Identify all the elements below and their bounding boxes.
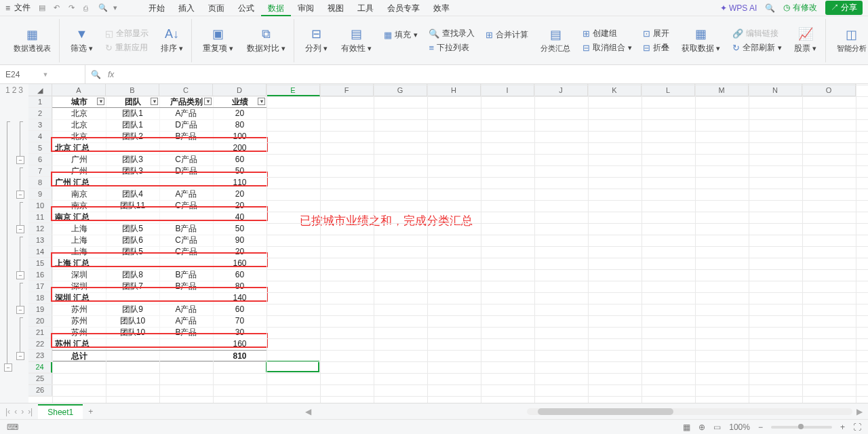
- tab-公式[interactable]: 公式: [231, 0, 261, 16]
- data-cell[interactable]: 团队1: [106, 108, 159, 119]
- fx-icon[interactable]: fx: [108, 70, 114, 79]
- summary-value[interactable]: 200: [213, 142, 267, 154]
- row-header-3[interactable]: 3: [28, 119, 52, 131]
- outline-level-2[interactable]: 2: [12, 85, 17, 95]
- row-header-8[interactable]: 8: [28, 177, 52, 189]
- data-cell[interactable]: B产品: [159, 281, 213, 292]
- spreadsheet-grid[interactable]: ◢ABCDEFGHIJKLMNO1城市▾团队▾产品类别▾业绩▾2北京团队1A产品…: [28, 84, 868, 403]
- qat-more-icon[interactable]: ▾: [113, 3, 124, 12]
- grand-total-value[interactable]: 810: [213, 350, 267, 361]
- outline-level-3[interactable]: 3: [18, 85, 23, 95]
- row-header-11[interactable]: 11: [28, 212, 52, 223]
- col-header-I[interactable]: I: [481, 84, 534, 96]
- tab-会员专享[interactable]: 会员专享: [380, 0, 427, 16]
- summary-label[interactable]: 上海 汇总: [52, 258, 106, 269]
- header-team[interactable]: 团队▾: [106, 96, 159, 108]
- row-header-18[interactable]: 18: [28, 292, 52, 304]
- qat-undo-icon[interactable]: ↶: [54, 3, 64, 12]
- hscroll-left-icon[interactable]: ◀: [305, 407, 311, 416]
- col-header-L[interactable]: L: [642, 84, 695, 96]
- row-header-13[interactable]: 13: [28, 235, 52, 246]
- qat-print-icon[interactable]: ⎙: [83, 4, 94, 12]
- wps-ai-button[interactable]: ✦ WPS AI: [720, 3, 757, 13]
- data-cell[interactable]: 20: [213, 246, 267, 258]
- data-cell[interactable]: 100: [213, 131, 267, 142]
- summary-label[interactable]: 深圳 汇总: [52, 292, 106, 304]
- tab-效率[interactable]: 效率: [427, 0, 456, 16]
- qat-save-icon[interactable]: ▤: [39, 3, 50, 12]
- data-cell[interactable]: 团队11: [106, 200, 159, 212]
- tab-数据[interactable]: 数据: [261, 0, 291, 16]
- summary-value[interactable]: 40: [213, 212, 267, 223]
- search-fx-icon[interactable]: 🔍: [91, 70, 101, 79]
- data-cell[interactable]: 30: [213, 327, 267, 338]
- tab-审阅[interactable]: 审阅: [291, 0, 321, 16]
- create-group-button[interactable]: ⊞创建组: [583, 28, 632, 39]
- outline-collapse-button[interactable]: −: [16, 225, 24, 233]
- col-header-A[interactable]: A: [52, 84, 106, 96]
- sheet-nav-first-icon[interactable]: |‹: [5, 407, 10, 416]
- dedup-button[interactable]: ▣重复项 ▾: [197, 19, 239, 62]
- data-cell[interactable]: A产品: [159, 304, 213, 315]
- col-header-G[interactable]: G: [374, 84, 427, 96]
- zoom-in-button[interactable]: +: [840, 422, 845, 432]
- row-header-24[interactable]: 24: [28, 361, 52, 373]
- col-header-F[interactable]: F: [320, 84, 374, 96]
- compare-button[interactable]: ⧉数据对比 ▾: [241, 19, 294, 62]
- zoom-slider[interactable]: [771, 426, 832, 429]
- header-category[interactable]: 产品类别▾: [159, 96, 213, 108]
- view-normal-icon[interactable]: ▦: [683, 422, 690, 432]
- data-cell[interactable]: C产品: [159, 154, 213, 165]
- data-cell[interactable]: 深圳: [52, 281, 106, 292]
- col-header-N[interactable]: N: [749, 84, 802, 96]
- row-header-21[interactable]: 21: [28, 327, 52, 338]
- data-cell[interactable]: 团队9: [106, 304, 159, 315]
- fullscreen-icon[interactable]: ⛶: [853, 422, 861, 432]
- header-city[interactable]: 城市▾: [52, 96, 106, 108]
- tab-视图[interactable]: 视图: [321, 0, 351, 16]
- data-cell[interactable]: 团队8: [106, 269, 159, 281]
- header-perf[interactable]: 业绩▾: [213, 96, 267, 108]
- summary-value[interactable]: 140: [213, 292, 267, 304]
- col-header-E[interactable]: E: [267, 84, 320, 96]
- row-header-7[interactable]: 7: [28, 165, 52, 177]
- data-cell[interactable]: B产品: [159, 327, 213, 338]
- row-header-6[interactable]: 6: [28, 154, 52, 165]
- row-header-16[interactable]: 16: [28, 269, 52, 281]
- row-header-5[interactable]: 5: [28, 142, 52, 154]
- horizontal-scrollbar[interactable]: [527, 408, 852, 415]
- summary-label[interactable]: 南京 汇总: [52, 212, 106, 223]
- data-cell[interactable]: 团队4: [106, 189, 159, 200]
- data-cell[interactable]: B产品: [159, 131, 213, 142]
- sort-button[interactable]: A↓排序 ▾: [155, 19, 192, 62]
- chevron-down-icon[interactable]: ▼: [43, 71, 80, 78]
- summary-value[interactable]: 160: [213, 258, 267, 269]
- smart-analysis-button[interactable]: ◫智能分析: [831, 19, 869, 62]
- row-header-19[interactable]: 19: [28, 304, 52, 315]
- data-cell[interactable]: 团队3: [106, 165, 159, 177]
- data-cell[interactable]: 苏州: [52, 315, 106, 327]
- row-header-26[interactable]: 26: [28, 384, 52, 396]
- col-header-H[interactable]: H: [427, 84, 481, 96]
- expand-button[interactable]: ⊡展开: [643, 28, 669, 39]
- data-cell[interactable]: 南京: [52, 200, 106, 212]
- data-cell[interactable]: 上海: [52, 235, 106, 246]
- row-header-1[interactable]: 1: [28, 96, 52, 108]
- data-cell[interactable]: 北京: [52, 131, 106, 142]
- data-cell[interactable]: A产品: [159, 108, 213, 119]
- data-cell[interactable]: 南京: [52, 189, 106, 200]
- data-cell[interactable]: 20: [213, 200, 267, 212]
- qat-redo-icon[interactable]: ↷: [68, 3, 79, 12]
- hamburger-icon[interactable]: ≡: [5, 3, 10, 13]
- outline-collapse-button[interactable]: −: [16, 352, 24, 360]
- outline-level-1[interactable]: 1: [5, 85, 10, 95]
- data-cell[interactable]: C产品: [159, 235, 213, 246]
- data-cell[interactable]: 苏州: [52, 327, 106, 338]
- outline-collapse-button[interactable]: −: [16, 271, 24, 279]
- get-data-button[interactable]: ▦获取数据 ▾: [676, 19, 726, 62]
- summary-label[interactable]: 北京 汇总: [52, 142, 106, 154]
- tab-工具[interactable]: 工具: [351, 0, 380, 16]
- outline-collapse-button[interactable]: −: [4, 363, 12, 372]
- edit-link-button[interactable]: 🔗编辑链接: [732, 28, 782, 39]
- data-cell[interactable]: B产品: [159, 223, 213, 235]
